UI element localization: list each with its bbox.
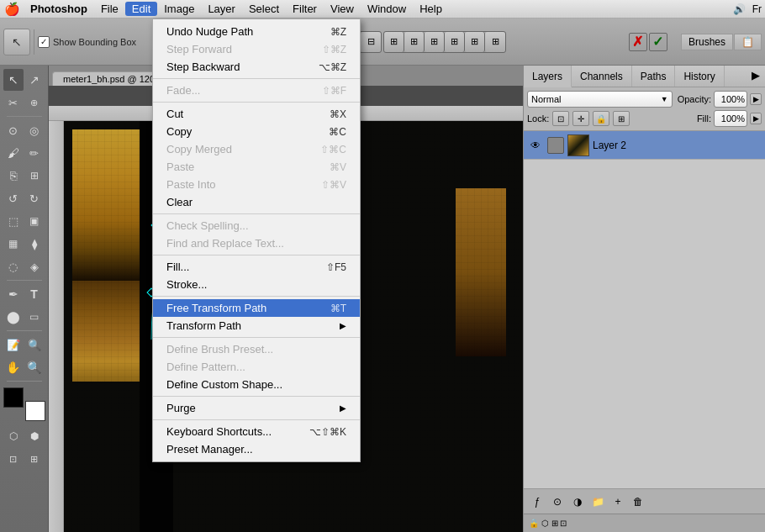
art-history-button[interactable]: ↻ bbox=[24, 187, 45, 209]
foreground-color-swatch[interactable] bbox=[3, 387, 24, 408]
cancel-transform-button[interactable]: ✗ bbox=[629, 33, 647, 51]
dist-left-button[interactable]: ⊞ bbox=[384, 32, 404, 52]
menu-clear[interactable]: Clear bbox=[153, 193, 360, 211]
delete-layer-button[interactable]: 🗑 bbox=[630, 493, 646, 510]
add-mask-button[interactable]: ⊙ bbox=[549, 493, 566, 510]
new-group-button[interactable]: 📁 bbox=[589, 493, 606, 510]
opacity-value[interactable]: 100% bbox=[714, 91, 747, 108]
menu-transform-path[interactable]: Transform Path ▶ bbox=[153, 317, 360, 334]
bg-eraser-button[interactable]: ▣ bbox=[24, 210, 45, 232]
layer-styles-button[interactable]: ƒ bbox=[529, 493, 546, 510]
menu-step-backward[interactable]: Step Backward ⌥⌘Z bbox=[153, 58, 360, 76]
menu-copy[interactable]: Copy ⌘C bbox=[153, 123, 360, 140]
zoom-tool-button[interactable]: 🔍 bbox=[24, 356, 45, 378]
tab-paths[interactable]: Paths bbox=[632, 66, 676, 87]
hand-tool-button[interactable]: ✋ bbox=[3, 356, 24, 378]
eyedropper-button[interactable]: 🔍 bbox=[24, 334, 45, 356]
apple-menu[interactable]: 🍎 bbox=[3, 1, 20, 18]
menu-define-brush-label: Define Brush Preset... bbox=[166, 343, 273, 356]
menu-clear-label: Clear bbox=[166, 196, 193, 208]
history-brush-button[interactable]: ↺ bbox=[3, 187, 24, 209]
type-tool-button[interactable]: T bbox=[24, 283, 45, 305]
menu-fill[interactable]: Fill... ⇧F5 bbox=[153, 258, 360, 276]
blend-mode-label: Normal bbox=[531, 94, 561, 104]
menu-free-transform-shortcut: ⌘T bbox=[330, 303, 346, 314]
menubar-item-window[interactable]: Window bbox=[361, 2, 413, 16]
new-layer-button[interactable]: + bbox=[609, 493, 626, 510]
confirm-transform-button[interactable]: ✓ bbox=[649, 33, 667, 51]
screen-mode-button[interactable]: ⊡ bbox=[3, 448, 24, 470]
menu-define-shape[interactable]: Define Custom Shape... bbox=[153, 376, 360, 393]
notes-tool-button[interactable]: 📝 bbox=[3, 334, 24, 356]
clone-stamp-button[interactable]: ⎘ bbox=[3, 165, 24, 187]
path-select-button[interactable]: ⬤ bbox=[3, 306, 24, 328]
pattern-stamp-button[interactable]: ⊞ bbox=[24, 165, 45, 187]
menu-stroke[interactable]: Stroke... bbox=[153, 276, 360, 293]
shape-tool-button[interactable]: ▭ bbox=[24, 306, 45, 328]
menu-keyboard-shortcuts-shortcut: ⌥⇧⌘K bbox=[309, 426, 346, 438]
menu-cut[interactable]: Cut ⌘X bbox=[153, 105, 360, 123]
lock-extra-button[interactable]: ⊞ bbox=[613, 111, 630, 126]
menubar-item-filter[interactable]: Filter bbox=[286, 2, 324, 16]
menu-keyboard-shortcuts[interactable]: Keyboard Shortcuts... ⌥⇧⌘K bbox=[153, 423, 360, 440]
extras-button[interactable]: ⊞ bbox=[24, 448, 45, 470]
menubar-item-file[interactable]: File bbox=[94, 2, 125, 16]
dist-bottom-button[interactable]: ⊞ bbox=[485, 32, 505, 52]
dist-center-button[interactable]: ⊞ bbox=[404, 32, 425, 52]
healing-button[interactable]: ◎ bbox=[24, 119, 45, 141]
fill-value[interactable]: 100% bbox=[714, 110, 747, 127]
menubar-item-help[interactable]: Help bbox=[413, 2, 449, 16]
pencil-tool-button[interactable]: ✏ bbox=[24, 142, 45, 164]
layer-thumbnail bbox=[567, 134, 589, 156]
show-bounding-box-checkbox[interactable]: ✓ bbox=[38, 36, 50, 48]
tab-history[interactable]: History bbox=[675, 66, 724, 87]
lock-pixels-button[interactable]: ⊡ bbox=[552, 111, 569, 126]
fill-arrow[interactable]: ▶ bbox=[750, 113, 762, 124]
spot-healing-button[interactable]: ⊙ bbox=[3, 119, 24, 141]
background-color-swatch[interactable] bbox=[25, 401, 45, 421]
menubar-item-photoshop[interactable]: Photoshop bbox=[24, 2, 94, 16]
menu-undo[interactable]: Undo Nudge Path ⌘Z bbox=[153, 23, 360, 40]
menubar-item-image[interactable]: Image bbox=[157, 2, 201, 16]
dist-middle-button[interactable]: ⊞ bbox=[465, 32, 485, 52]
layer-item[interactable]: 👁 Layer 2 bbox=[524, 131, 765, 160]
menu-purge-arrow: ▶ bbox=[340, 403, 346, 413]
menubar-item-layer[interactable]: Layer bbox=[201, 2, 242, 16]
gradient-tool-button[interactable]: ▦ bbox=[3, 233, 24, 255]
tab-channels[interactable]: Channels bbox=[572, 66, 632, 87]
menu-preset-manager[interactable]: Preset Manager... bbox=[153, 440, 360, 458]
quick-mask-button[interactable]: ⬡ bbox=[3, 425, 24, 447]
layer-controls: Normal ▼ Opacity: 100% ▶ Lock: ⊡ ✛ 🔒 ⊞ F… bbox=[524, 87, 765, 131]
dist-right-button[interactable]: ⊞ bbox=[425, 32, 445, 52]
standard-mode-button[interactable]: ⬢ bbox=[24, 425, 45, 447]
slice-tool-button[interactable]: ⊕ bbox=[24, 92, 45, 113]
menubar-item-edit[interactable]: Edit bbox=[125, 2, 157, 16]
panel-tab-menu[interactable]: ▶ bbox=[747, 66, 765, 87]
selection-tool-button[interactable]: ↖ bbox=[3, 69, 24, 91]
new-adjustment-button[interactable]: ◑ bbox=[569, 493, 586, 510]
options-tab[interactable]: 📋 bbox=[734, 34, 762, 50]
dist-top-button[interactable]: ⊞ bbox=[445, 32, 465, 52]
lock-all-button[interactable]: 🔒 bbox=[593, 111, 609, 126]
opacity-arrow[interactable]: ▶ bbox=[750, 93, 762, 105]
lock-position-button[interactable]: ✛ bbox=[572, 111, 589, 126]
blur-tool-button[interactable]: ◌ bbox=[3, 255, 24, 277]
tab-layers[interactable]: Layers bbox=[524, 66, 572, 87]
crop-tool-button[interactable]: ✂ bbox=[3, 92, 24, 113]
menubar-item-select[interactable]: Select bbox=[242, 2, 286, 16]
align-bottom-button[interactable]: ⊟ bbox=[361, 32, 381, 52]
sharpen-tool-button[interactable]: ◈ bbox=[24, 255, 45, 277]
pen-tool-button[interactable]: ✒ bbox=[3, 283, 24, 305]
brush-tool-button[interactable]: 🖌 bbox=[3, 142, 24, 164]
menu-purge[interactable]: Purge ▶ bbox=[153, 399, 360, 417]
direct-selection-button[interactable]: ↗ bbox=[24, 69, 45, 91]
blend-mode-select[interactable]: Normal ▼ bbox=[527, 91, 673, 108]
brushes-tabs: Brushes 📋 bbox=[681, 34, 762, 50]
paint-bucket-button[interactable]: ⧫ bbox=[24, 233, 45, 255]
menu-free-transform[interactable]: Free Transform Path ⌘T bbox=[153, 299, 360, 317]
arrow-tool-button[interactable]: ↖ bbox=[3, 29, 30, 55]
layer-visibility-toggle[interactable]: 👁 bbox=[527, 137, 544, 154]
eraser-button[interactable]: ⬚ bbox=[3, 210, 24, 232]
menubar-item-view[interactable]: View bbox=[324, 2, 361, 16]
brushes-tab[interactable]: Brushes bbox=[681, 34, 733, 50]
